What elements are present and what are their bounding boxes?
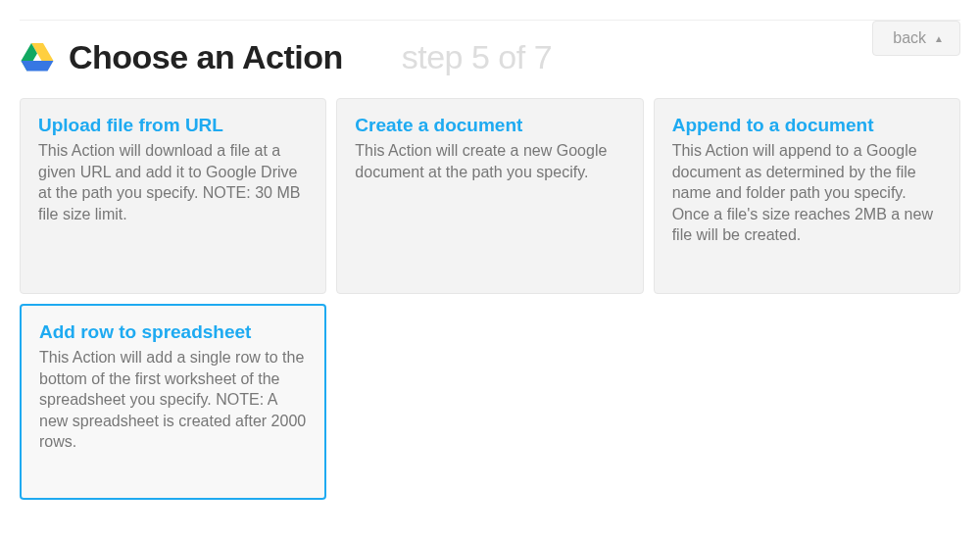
back-button[interactable]: back ▲ [872,21,960,56]
action-card-create-document[interactable]: Create a document This Action will creat… [336,98,643,294]
actions-grid: Upload file from URL This Action will do… [20,98,960,500]
action-card-title: Create a document [355,115,624,136]
action-card-upload-file-from-url[interactable]: Upload file from URL This Action will do… [20,98,326,294]
action-card-desc: This Action will add a single row to the… [39,347,307,453]
top-divider [20,20,960,21]
action-card-append-document[interactable]: Append to a document This Action will ap… [654,98,960,294]
action-card-title: Add row to spreadsheet [39,321,307,343]
chevron-up-icon: ▲ [934,33,944,44]
action-card-title: Upload file from URL [38,115,308,136]
action-card-title: Append to a document [672,115,942,136]
step-indicator: step 5 of 7 [402,38,552,76]
action-card-desc: This Action will append to a Google docu… [672,140,942,246]
header-row: Choose an Action step 5 of 7 back ▲ [20,38,960,76]
svg-marker-2 [22,61,54,72]
google-drive-icon [20,40,55,75]
action-card-desc: This Action will download a file at a gi… [38,140,308,224]
action-card-desc: This Action will create a new Google doc… [355,140,624,182]
action-card-add-row-spreadsheet[interactable]: Add row to spreadsheet This Action will … [20,304,326,500]
page-title: Choose an Action [69,38,343,76]
back-button-label: back [893,29,926,47]
